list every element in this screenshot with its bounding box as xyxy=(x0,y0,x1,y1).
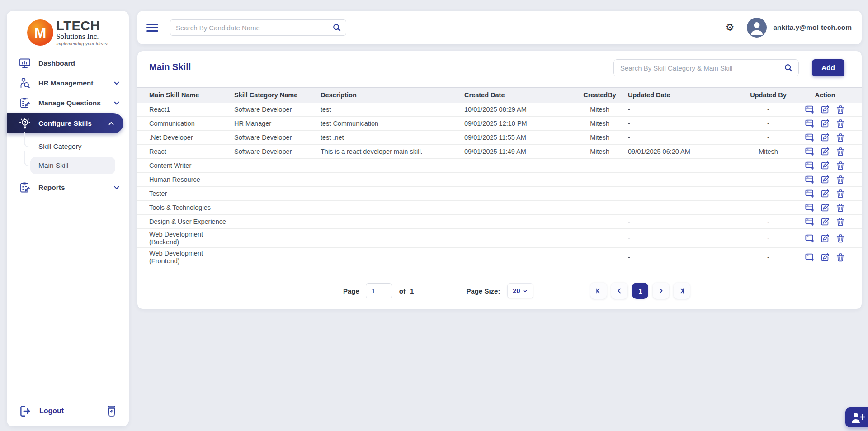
assign-card-icon[interactable] xyxy=(805,118,815,128)
delete-icon[interactable] xyxy=(835,233,845,243)
edit-icon[interactable] xyxy=(820,175,830,185)
assign-card-icon[interactable] xyxy=(805,161,815,171)
edit-icon[interactable] xyxy=(820,118,830,128)
column-header: Updated Date xyxy=(628,90,735,101)
cell-updated-date: - xyxy=(628,160,735,171)
cell-action xyxy=(802,233,862,243)
hamburger-menu-icon[interactable] xyxy=(146,22,158,34)
previous-page-button[interactable] xyxy=(611,283,627,299)
cell-created-date xyxy=(464,192,571,195)
edit-icon[interactable] xyxy=(820,147,830,156)
edit-icon[interactable] xyxy=(820,217,830,227)
sidebar-subitem-skill-category[interactable]: Skill Category xyxy=(30,138,123,155)
table-row: React1 Software Developer test 10/01/202… xyxy=(137,103,862,117)
next-page-button[interactable] xyxy=(653,283,669,299)
sidebar-item-hr-management[interactable]: HR Management xyxy=(7,73,129,93)
page-title: Main Skill xyxy=(149,62,191,72)
table-row: Web Development (Backend) - - xyxy=(137,229,862,248)
avatar[interactable] xyxy=(747,18,767,38)
delete-icon[interactable] xyxy=(835,189,845,199)
assign-card-icon[interactable] xyxy=(805,217,815,227)
logo-m-icon: M xyxy=(27,19,53,46)
sidebar-item-manage-questions[interactable]: Manage Questions xyxy=(7,93,129,113)
edit-icon[interactable] xyxy=(820,203,830,213)
chevron-down-icon xyxy=(113,99,121,107)
assign-card-icon[interactable] xyxy=(805,175,815,185)
recycle-bin-icon[interactable] xyxy=(106,405,117,417)
cell-created-by: Mitesh xyxy=(571,132,628,143)
cell-created-by xyxy=(571,220,628,223)
assign-card-icon[interactable] xyxy=(805,189,815,199)
edit-icon[interactable] xyxy=(820,233,830,243)
edit-icon[interactable] xyxy=(820,104,830,114)
assign-card-icon[interactable] xyxy=(805,233,815,243)
delete-icon[interactable] xyxy=(835,104,845,114)
cell-created-date: 09/01/2025 12:10 PM xyxy=(464,118,571,129)
search-icon[interactable] xyxy=(783,63,793,73)
total-pages: 1 xyxy=(410,287,414,295)
cell-updated-by: - xyxy=(735,216,802,227)
sidebar-item-label: HR Management xyxy=(38,79,93,87)
page-number-input[interactable] xyxy=(366,283,392,298)
cell-created-by xyxy=(571,164,628,167)
delete-icon[interactable] xyxy=(835,118,845,128)
add-button[interactable]: Add xyxy=(812,59,844,76)
edit-icon[interactable] xyxy=(820,133,830,142)
cell-action xyxy=(802,217,862,227)
first-page-button[interactable] xyxy=(590,283,607,299)
cell-updated-by: - xyxy=(735,132,802,143)
chevron-up-icon xyxy=(107,119,115,128)
column-header: CreatedBy xyxy=(571,90,628,101)
cell-created-date xyxy=(464,164,571,167)
cell-action xyxy=(802,104,862,114)
edit-icon[interactable] xyxy=(820,189,830,199)
last-page-button[interactable] xyxy=(674,283,690,299)
sidebar-item-dashboard[interactable]: Dashboard xyxy=(7,53,129,73)
sidebar-subitem-main-skill[interactable]: Main Skill xyxy=(30,157,115,174)
current-page-button[interactable]: 1 xyxy=(632,283,648,299)
sidebar-item-configure-skills[interactable]: Configure Skills xyxy=(7,113,123,133)
sidebar-item-reports[interactable]: Reports xyxy=(7,178,129,198)
add-user-fab[interactable] xyxy=(845,407,868,427)
page-size-select[interactable]: 20 xyxy=(507,283,533,298)
search-icon[interactable] xyxy=(332,23,342,33)
table-row: Tester - - xyxy=(137,187,862,201)
sidebar-item-label: Reports xyxy=(38,184,65,192)
assign-card-icon[interactable] xyxy=(805,252,815,262)
table-row: Human Resource - - xyxy=(137,173,862,187)
cell-action xyxy=(802,118,862,128)
delete-icon[interactable] xyxy=(835,161,845,171)
delete-icon[interactable] xyxy=(835,147,845,156)
cell-skill-category-name xyxy=(234,192,321,195)
cell-created-date xyxy=(464,220,571,223)
gear-icon[interactable]: ⚙ xyxy=(726,23,735,33)
skill-search-input[interactable] xyxy=(613,59,799,76)
user-email[interactable]: ankita.y@mol-tech.com xyxy=(773,24,852,32)
delete-icon[interactable] xyxy=(835,203,845,213)
edit-icon[interactable] xyxy=(820,161,830,171)
candidate-search-input[interactable] xyxy=(170,19,346,36)
assign-card-icon[interactable] xyxy=(805,133,815,142)
dashboard-icon xyxy=(18,57,32,70)
sidebar: M LTECH Solutions Inc. Implementing your… xyxy=(7,11,129,426)
delete-icon[interactable] xyxy=(835,252,845,262)
edit-icon[interactable] xyxy=(820,252,830,262)
assign-card-icon[interactable] xyxy=(805,203,815,213)
assign-card-icon[interactable] xyxy=(805,147,815,156)
column-header: Main Skill Name xyxy=(149,90,234,101)
delete-icon[interactable] xyxy=(835,133,845,142)
logout-icon[interactable] xyxy=(19,404,32,418)
cell-updated-date: - xyxy=(628,232,735,244)
cell-created-by xyxy=(571,192,628,195)
assign-card-icon[interactable] xyxy=(805,104,815,114)
cell-updated-date: - xyxy=(628,174,735,185)
delete-icon[interactable] xyxy=(835,175,845,185)
cell-skill-category-name xyxy=(234,164,321,167)
cell-created-by xyxy=(571,178,628,181)
cell-skill-category-name xyxy=(234,256,321,259)
delete-icon[interactable] xyxy=(835,217,845,227)
cell-created-by: Mitesh xyxy=(571,104,628,115)
cell-updated-date: - xyxy=(628,118,735,129)
cell-main-skill-name: Communication xyxy=(149,118,234,129)
logout-button[interactable]: Logout xyxy=(39,407,64,415)
